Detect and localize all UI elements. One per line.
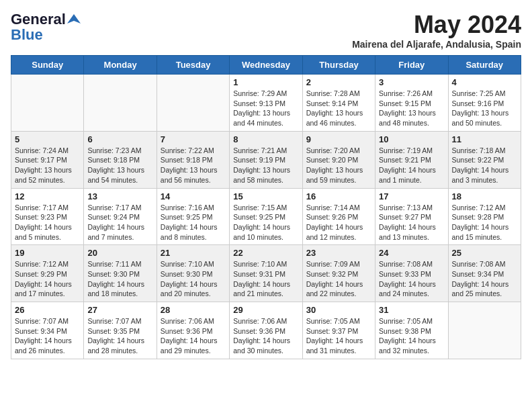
day-info: Sunrise: 7:17 AM Sunset: 9:24 PM Dayligh… (87, 203, 152, 242)
day-info: Sunrise: 7:25 AM Sunset: 9:16 PM Dayligh… (452, 89, 517, 128)
calendar-cell: 6Sunrise: 7:23 AM Sunset: 9:18 PM Daylig… (84, 131, 157, 188)
day-info: Sunrise: 7:19 AM Sunset: 9:21 PM Dayligh… (379, 146, 444, 185)
day-number: 29 (233, 305, 298, 315)
day-info: Sunrise: 7:20 AM Sunset: 9:20 PM Dayligh… (306, 146, 371, 185)
week-row-2: 5Sunrise: 7:24 AM Sunset: 9:17 PM Daylig… (11, 131, 521, 188)
calendar-cell: 23Sunrise: 7:09 AM Sunset: 9:32 PM Dayli… (302, 245, 375, 302)
weekday-header-monday: Monday (84, 56, 157, 75)
day-info: Sunrise: 7:26 AM Sunset: 9:15 PM Dayligh… (379, 89, 444, 128)
day-info: Sunrise: 7:06 AM Sunset: 9:36 PM Dayligh… (161, 316, 226, 356)
day-number: 9 (306, 134, 371, 144)
calendar-cell: 4Sunrise: 7:25 AM Sunset: 9:16 PM Daylig… (448, 75, 521, 132)
calendar-cell: 14Sunrise: 7:16 AM Sunset: 9:25 PM Dayli… (157, 188, 229, 245)
day-info: Sunrise: 7:24 AM Sunset: 9:17 PM Dayligh… (15, 146, 80, 185)
calendar-cell (157, 75, 229, 132)
day-info: Sunrise: 7:09 AM Sunset: 9:32 PM Dayligh… (306, 259, 371, 299)
week-row-3: 12Sunrise: 7:17 AM Sunset: 9:23 PM Dayli… (11, 188, 521, 245)
calendar-table: SundayMondayTuesdayWednesdayThursdayFrid… (11, 55, 521, 359)
day-number: 10 (379, 134, 444, 144)
day-info: Sunrise: 7:29 AM Sunset: 9:13 PM Dayligh… (233, 89, 298, 128)
day-info: Sunrise: 7:08 AM Sunset: 9:33 PM Dayligh… (379, 259, 444, 299)
day-number: 23 (306, 248, 371, 258)
calendar-cell (84, 75, 157, 132)
day-number: 11 (452, 134, 517, 144)
day-info: Sunrise: 7:22 AM Sunset: 9:18 PM Dayligh… (161, 146, 226, 185)
calendar-cell: 30Sunrise: 7:05 AM Sunset: 9:37 PM Dayli… (302, 302, 375, 359)
logo-blue: Blue (11, 28, 43, 42)
calendar-title: May 2024 (352, 11, 521, 39)
calendar-cell: 8Sunrise: 7:21 AM Sunset: 9:19 PM Daylig… (230, 131, 302, 188)
day-number: 15 (233, 191, 298, 201)
day-number: 8 (233, 134, 298, 144)
day-info: Sunrise: 7:14 AM Sunset: 9:26 PM Dayligh… (306, 203, 371, 242)
day-info: Sunrise: 7:23 AM Sunset: 9:18 PM Dayligh… (87, 146, 152, 185)
day-number: 31 (379, 305, 444, 315)
calendar-cell: 31Sunrise: 7:05 AM Sunset: 9:38 PM Dayli… (375, 302, 448, 359)
day-number: 24 (379, 248, 444, 258)
day-info: Sunrise: 7:13 AM Sunset: 9:27 PM Dayligh… (379, 203, 444, 242)
calendar-cell: 9Sunrise: 7:20 AM Sunset: 9:20 PM Daylig… (302, 131, 375, 188)
day-number: 7 (161, 134, 226, 144)
calendar-cell: 10Sunrise: 7:19 AM Sunset: 9:21 PM Dayli… (375, 131, 448, 188)
calendar-cell: 29Sunrise: 7:06 AM Sunset: 9:36 PM Dayli… (230, 302, 302, 359)
weekday-header-thursday: Thursday (302, 56, 375, 75)
logo: General Blue (11, 11, 81, 42)
day-number: 16 (306, 191, 371, 201)
day-info: Sunrise: 7:18 AM Sunset: 9:22 PM Dayligh… (452, 146, 517, 185)
weekday-header-tuesday: Tuesday (157, 56, 229, 75)
day-number: 20 (87, 248, 152, 258)
calendar-cell: 12Sunrise: 7:17 AM Sunset: 9:23 PM Dayli… (11, 188, 84, 245)
day-info: Sunrise: 7:10 AM Sunset: 9:30 PM Dayligh… (161, 259, 226, 299)
calendar-cell: 11Sunrise: 7:18 AM Sunset: 9:22 PM Dayli… (448, 131, 521, 188)
svg-marker-0 (67, 14, 81, 24)
calendar-cell: 3Sunrise: 7:26 AM Sunset: 9:15 PM Daylig… (375, 75, 448, 132)
calendar-cell: 1Sunrise: 7:29 AM Sunset: 9:13 PM Daylig… (230, 75, 302, 132)
calendar-cell: 16Sunrise: 7:14 AM Sunset: 9:26 PM Dayli… (302, 188, 375, 245)
day-number: 19 (15, 248, 80, 258)
day-number: 6 (87, 134, 152, 144)
day-info: Sunrise: 7:16 AM Sunset: 9:25 PM Dayligh… (161, 203, 226, 242)
calendar-cell: 24Sunrise: 7:08 AM Sunset: 9:33 PM Dayli… (375, 245, 448, 302)
day-number: 27 (87, 305, 152, 315)
weekday-header-saturday: Saturday (448, 56, 521, 75)
calendar-cell: 26Sunrise: 7:07 AM Sunset: 9:34 PM Dayli… (11, 302, 84, 359)
weekday-header-wednesday: Wednesday (230, 56, 302, 75)
day-number: 26 (15, 305, 80, 315)
day-number: 25 (452, 248, 517, 258)
weekday-header-sunday: Sunday (11, 56, 84, 75)
day-number: 2 (306, 77, 371, 87)
weekday-header-friday: Friday (375, 56, 448, 75)
day-number: 14 (161, 191, 226, 201)
day-number: 30 (306, 305, 371, 315)
week-row-4: 19Sunrise: 7:12 AM Sunset: 9:29 PM Dayli… (11, 245, 521, 302)
day-number: 5 (15, 134, 80, 144)
day-info: Sunrise: 7:12 AM Sunset: 9:29 PM Dayligh… (15, 259, 80, 299)
calendar-cell: 25Sunrise: 7:08 AM Sunset: 9:34 PM Dayli… (448, 245, 521, 302)
day-number: 3 (379, 77, 444, 87)
day-number: 21 (161, 248, 226, 258)
day-number: 18 (452, 191, 517, 201)
calendar-cell: 15Sunrise: 7:15 AM Sunset: 9:25 PM Dayli… (230, 188, 302, 245)
day-number: 1 (233, 77, 298, 87)
day-info: Sunrise: 7:05 AM Sunset: 9:37 PM Dayligh… (306, 316, 371, 356)
calendar-cell: 18Sunrise: 7:12 AM Sunset: 9:28 PM Dayli… (448, 188, 521, 245)
calendar-subtitle: Mairena del Aljarafe, Andalusia, Spain (352, 39, 521, 50)
title-block: May 2024 Mairena del Aljarafe, Andalusia… (352, 11, 521, 50)
calendar-cell: 27Sunrise: 7:07 AM Sunset: 9:35 PM Dayli… (84, 302, 157, 359)
day-info: Sunrise: 7:08 AM Sunset: 9:34 PM Dayligh… (452, 259, 517, 299)
calendar-cell: 17Sunrise: 7:13 AM Sunset: 9:27 PM Dayli… (375, 188, 448, 245)
logo-bird-icon (67, 13, 81, 26)
day-info: Sunrise: 7:07 AM Sunset: 9:34 PM Dayligh… (15, 316, 80, 356)
day-info: Sunrise: 7:12 AM Sunset: 9:28 PM Dayligh… (452, 203, 517, 242)
week-row-5: 26Sunrise: 7:07 AM Sunset: 9:34 PM Dayli… (11, 302, 521, 359)
day-number: 4 (452, 77, 517, 87)
day-info: Sunrise: 7:15 AM Sunset: 9:25 PM Dayligh… (233, 203, 298, 242)
calendar-cell: 28Sunrise: 7:06 AM Sunset: 9:36 PM Dayli… (157, 302, 229, 359)
day-info: Sunrise: 7:10 AM Sunset: 9:31 PM Dayligh… (233, 259, 298, 299)
calendar-cell (11, 75, 84, 132)
calendar-cell: 13Sunrise: 7:17 AM Sunset: 9:24 PM Dayli… (84, 188, 157, 245)
calendar-cell: 5Sunrise: 7:24 AM Sunset: 9:17 PM Daylig… (11, 131, 84, 188)
day-number: 12 (15, 191, 80, 201)
day-number: 22 (233, 248, 298, 258)
day-number: 28 (161, 305, 226, 315)
